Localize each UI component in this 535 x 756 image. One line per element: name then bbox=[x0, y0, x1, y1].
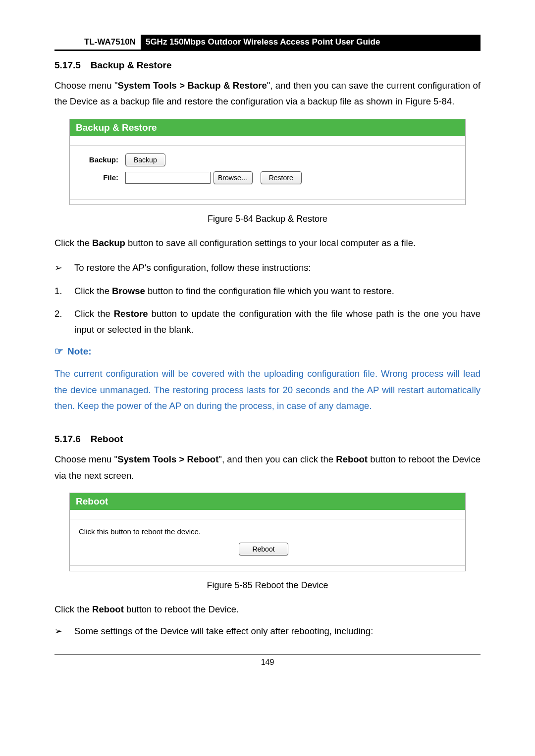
panel-title-reboot: Reboot bbox=[70, 493, 465, 510]
note-body: The current configuration will be covere… bbox=[54, 366, 481, 414]
browse-button[interactable]: Browse… bbox=[214, 171, 253, 184]
intro-backup: Choose menu "System Tools > Backup & Res… bbox=[54, 78, 481, 110]
guide-title: 5GHz 150Mbps Outdoor Wireless Access Poi… bbox=[141, 35, 481, 50]
restore-button[interactable]: Restore bbox=[261, 171, 302, 184]
step-number-1: 1. bbox=[54, 283, 74, 299]
section-title: Backup & Restore bbox=[91, 60, 172, 70]
bullet-settings-effect: ➢ Some settings of the Device will take … bbox=[54, 623, 481, 639]
section-heading-reboot: 5.17.6Reboot bbox=[54, 434, 481, 445]
section-heading-backup: 5.17.5Backup & Restore bbox=[54, 60, 481, 71]
panel-footer bbox=[70, 199, 465, 204]
figure-caption-backup: Figure 5-84 Backup & Restore bbox=[54, 214, 481, 224]
panel-separator bbox=[70, 136, 465, 146]
click-reboot-text: Click the Reboot button to reboot the De… bbox=[54, 602, 481, 617]
page-header: TL-WA7510N 5GHz 150Mbps Outdoor Wireless… bbox=[54, 35, 481, 51]
backup-restore-panel: Backup & Restore Backup: Backup File: Br… bbox=[69, 119, 466, 205]
page-footer: 149 bbox=[54, 655, 481, 667]
section-number: 5.17.5 bbox=[54, 60, 81, 71]
reboot-button[interactable]: Reboot bbox=[239, 543, 288, 555]
note-label: Note: bbox=[67, 346, 92, 356]
label-file: File: bbox=[79, 173, 125, 182]
section-number: 5.17.6 bbox=[54, 434, 81, 445]
click-backup-text: Click the Backup button to save all conf… bbox=[54, 235, 481, 251]
note-heading: ☞Note: bbox=[54, 345, 481, 357]
backup-button[interactable]: Backup bbox=[125, 153, 165, 166]
panel-title-backup: Backup & Restore bbox=[70, 119, 465, 136]
step-number-2: 2. bbox=[54, 306, 74, 338]
pointing-hand-icon: ☞ bbox=[54, 346, 63, 356]
bullet-restore-instructions: ➢ To restore the AP's configuration, fol… bbox=[54, 260, 481, 276]
triangle-bullet-icon: ➢ bbox=[54, 260, 74, 276]
panel-separator bbox=[70, 510, 465, 519]
panel-footer bbox=[70, 565, 465, 571]
label-backup: Backup: bbox=[79, 155, 125, 164]
file-path-input[interactable] bbox=[125, 172, 211, 184]
reboot-panel: Reboot Click this button to reboot the d… bbox=[69, 493, 466, 571]
intro-reboot: Choose menu "System Tools > Reboot", and… bbox=[54, 452, 481, 484]
step-1: 1. Click the Browse button to find the c… bbox=[54, 283, 481, 299]
page-number: 149 bbox=[261, 658, 274, 666]
triangle-bullet-icon: ➢ bbox=[54, 623, 74, 639]
figure-caption-reboot: Figure 5-85 Reboot the Device bbox=[54, 580, 481, 591]
step-2: 2. Click the Restore button to update th… bbox=[54, 306, 481, 338]
section-title: Reboot bbox=[91, 434, 123, 444]
reboot-instruction-text: Click this button to reboot the device. bbox=[79, 527, 456, 536]
model-number: TL-WA7510N bbox=[54, 35, 141, 50]
